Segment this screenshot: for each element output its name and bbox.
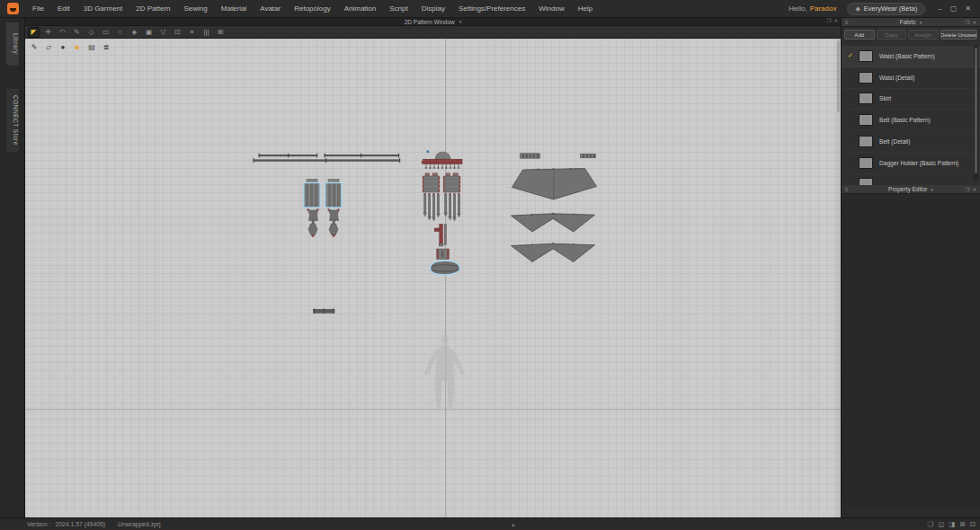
skirt-waistband-tabs[interactable] xyxy=(521,154,596,158)
stamp-tool[interactable]: ▤ xyxy=(86,42,97,52)
pattern-outline-tool[interactable]: ▱ xyxy=(43,42,54,52)
menu-material[interactable]: Material xyxy=(220,3,247,14)
fabric-swatch[interactable] xyxy=(859,114,873,126)
pattern-canvas[interactable]: ✎ ▱ ● ■ ▤ ≣ xyxy=(25,39,841,517)
fabric-list-item-partial[interactable] xyxy=(842,174,980,185)
menu-avatar[interactable]: Avatar xyxy=(259,3,281,14)
file-name: Unwrapped.zprj xyxy=(118,521,161,527)
strap-patterns[interactable] xyxy=(423,193,460,221)
show-measurements-tool[interactable]: ⊞ xyxy=(215,27,227,38)
menu-retopology[interactable]: Retopology xyxy=(293,3,331,14)
create-circle-tool[interactable]: ○ xyxy=(114,27,126,38)
menu-sewing[interactable]: Sewing xyxy=(183,3,209,14)
create-internal-polygon-tool[interactable]: ◈ xyxy=(129,27,140,38)
layout-side-pane-icon[interactable]: ◨ xyxy=(949,520,955,528)
everywear-logo-icon: ◆ xyxy=(855,5,860,13)
version-value: 2024.1.57 (49405) xyxy=(55,521,105,527)
trace-tool[interactable]: ⊡ xyxy=(172,27,183,38)
dagger-holder-pattern[interactable] xyxy=(434,225,446,247)
fabric-list-scrollbar[interactable] xyxy=(974,45,978,181)
fabric-swatch[interactable] xyxy=(859,72,873,84)
expand-statusbar-icon[interactable]: ▲ xyxy=(511,522,515,527)
fabric-list-item[interactable]: Belt (Detail) xyxy=(842,131,980,153)
fabric-list-item[interactable]: Dagger Holder (Basic Pattern) xyxy=(842,153,980,174)
fabric-list-item[interactable]: Skirt xyxy=(842,89,980,110)
belt-detail-pattern[interactable] xyxy=(422,151,462,169)
fabric-list-item[interactable]: Waist (Detail) xyxy=(842,67,980,89)
selected-curved-pattern[interactable] xyxy=(431,261,460,275)
skirt-side-patterns[interactable] xyxy=(512,213,595,262)
fabric-actions: Add Copy Assign Delete Unused xyxy=(842,27,980,42)
menu-display[interactable]: Display xyxy=(421,3,446,14)
small-strip-pattern[interactable] xyxy=(314,308,335,314)
fabric-panel-close-icon[interactable]: ✕ xyxy=(972,20,976,25)
edit-texture-tool[interactable]: ✎ xyxy=(29,42,40,52)
buckle-pattern[interactable] xyxy=(437,249,449,260)
sidebar-tab-library[interactable]: Library xyxy=(6,22,19,66)
skirt-front-pattern[interactable] xyxy=(512,168,597,199)
minimize-button[interactable]: – xyxy=(938,4,941,13)
brush-tool[interactable]: ● xyxy=(58,42,68,52)
waist-panel-patterns[interactable] xyxy=(304,180,342,208)
close-button[interactable]: ✕ xyxy=(965,4,971,13)
fabric-swatch[interactable] xyxy=(859,136,873,147)
fabric-swatch[interactable] xyxy=(859,178,873,185)
property-editor-close-icon[interactable]: ✕ xyxy=(972,187,976,192)
menu-3d-garment[interactable]: 3D Garment xyxy=(83,3,124,14)
edit-pattern-tool[interactable]: ✛ xyxy=(42,27,54,38)
layout-two-pane-icon[interactable]: ◫ xyxy=(938,520,944,528)
dart-tool[interactable]: ▽ xyxy=(157,27,169,38)
float-view-icon[interactable]: ❐ xyxy=(826,18,831,23)
menu-2d-pattern[interactable]: 2D Pattern xyxy=(135,3,171,14)
view-tab-caret-icon[interactable]: ▾ xyxy=(459,19,462,24)
menu-script[interactable]: Script xyxy=(388,3,408,14)
pouch-stack-patterns[interactable] xyxy=(423,173,460,192)
layout-single-icon[interactable]: ❏ xyxy=(927,520,933,528)
create-polygon-tool[interactable]: ◇ xyxy=(85,27,97,38)
grading-tool[interactable]: ||| xyxy=(200,27,212,38)
fabric-swatch-tool[interactable]: ■ xyxy=(72,42,83,52)
add-point-tool[interactable]: ✎ xyxy=(71,27,83,38)
restore-button[interactable]: ▢ xyxy=(950,4,958,13)
sidebar-tab-connect-store[interactable]: CONNECT Store xyxy=(6,89,19,152)
delete-unused-fabric-button[interactable]: Delete Unused xyxy=(940,30,977,40)
fabric-panel-header: ≡ Fabric▾ ❐ ✕ xyxy=(842,18,980,27)
menu-edit[interactable]: Edit xyxy=(57,3,71,14)
edit-curvature-tool[interactable]: ◠ xyxy=(57,27,68,38)
close-view-icon[interactable]: ✕ xyxy=(833,18,838,23)
print-layout-tool[interactable]: ≣ xyxy=(101,42,111,52)
fabric-swatch[interactable] xyxy=(859,93,873,104)
username[interactable]: Paradox xyxy=(810,4,837,13)
menu-settings-preferences[interactable]: Settings/Preferences xyxy=(458,3,526,14)
create-internal-rectangle-tool[interactable]: ▣ xyxy=(143,27,155,38)
fabric-panel-float-icon[interactable]: ❐ xyxy=(965,20,969,25)
layout-quad-icon[interactable]: ⊞ xyxy=(959,520,965,528)
fabric-swatch[interactable] xyxy=(859,50,873,62)
view-tab-title[interactable]: 2D Pattern Window xyxy=(405,19,455,25)
menu-help[interactable]: Help xyxy=(577,3,593,14)
fabric-list-item[interactable]: ✓ Waist (Basic Pattern) xyxy=(842,46,980,67)
property-editor-float-icon[interactable]: ❐ xyxy=(965,187,969,192)
view-tab-bar: 2D Pattern Window ▾ ❐ ✕ xyxy=(25,18,841,26)
waist-detail-patterns[interactable] xyxy=(307,208,340,237)
fabric-panel-title[interactable]: Fabric▾ xyxy=(842,19,980,25)
right-panel: ≡ Fabric▾ ❐ ✕ Add Copy Assign Delete Unu… xyxy=(841,18,980,517)
fabric-swatch[interactable] xyxy=(859,157,873,169)
application-window: File Edit 3D Garment 2D Pattern Sewing M… xyxy=(0,0,980,530)
add-fabric-button[interactable]: Add xyxy=(844,30,875,40)
status-bar: Version : 2024.1.57 (49405) Unwrapped.zp… xyxy=(0,517,980,530)
fabric-list-item[interactable]: Belt (Basic Pattern) xyxy=(842,110,980,131)
app-logo-icon xyxy=(7,3,19,14)
transform-pattern-tool[interactable]: ◤ xyxy=(28,27,40,38)
menu-animation[interactable]: Animation xyxy=(343,3,378,14)
layout-custom-icon[interactable]: ⊡ xyxy=(970,520,976,528)
everywear-badge[interactable]: ◆ EveryWear (Beta) xyxy=(847,3,925,15)
assign-fabric-button[interactable]: Assign xyxy=(908,30,939,40)
menu-window[interactable]: Window xyxy=(538,3,565,14)
property-editor-title[interactable]: Property Editor▾ xyxy=(842,186,980,192)
menu-file[interactable]: File xyxy=(31,3,45,14)
copy-fabric-button[interactable]: Copy xyxy=(877,30,907,40)
belt-strip-patterns[interactable] xyxy=(254,154,401,163)
seam-allowance-tool[interactable]: ≡ xyxy=(186,27,198,38)
create-rectangle-tool[interactable]: ▭ xyxy=(100,27,111,38)
